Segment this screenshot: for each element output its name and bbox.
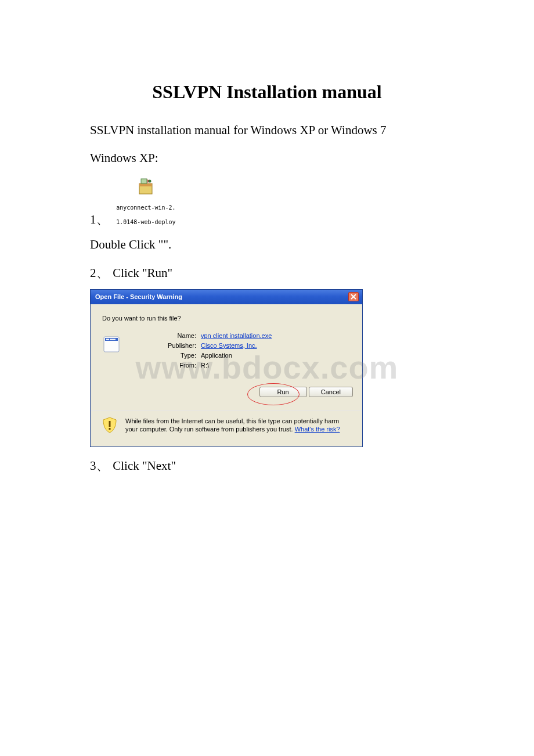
dialog-titlebar: Open File - Security Warning bbox=[91, 290, 362, 304]
step-1-instruction: Double Click "". bbox=[90, 236, 444, 254]
step-3-text: Click "Next" bbox=[113, 459, 176, 473]
dialog-question: Do you want to run this file? bbox=[102, 315, 353, 322]
label-from: From: bbox=[127, 362, 201, 369]
run-button[interactable]: Run bbox=[259, 387, 307, 397]
dialog-divider bbox=[91, 410, 362, 411]
label-name: Name: bbox=[127, 332, 201, 339]
close-icon bbox=[351, 294, 356, 300]
file-from: R:\ bbox=[201, 362, 209, 369]
step-2: 2、 Click "Run" bbox=[90, 265, 444, 281]
svg-point-3 bbox=[149, 180, 151, 183]
whats-the-risk-link[interactable]: What's the risk? bbox=[295, 426, 340, 433]
intro-text: SSLVPN installation manual for Windows X… bbox=[90, 121, 444, 140]
cancel-button[interactable]: Cancel bbox=[309, 387, 353, 397]
step-3: 3、 Click "Next" bbox=[90, 458, 444, 474]
step-2-number: 2、 bbox=[90, 265, 110, 281]
svg-rect-9 bbox=[109, 428, 111, 430]
svg-rect-2 bbox=[141, 179, 147, 183]
os-heading: Windows XP: bbox=[90, 149, 444, 168]
installer-file-label-1: anyconnect-win-2. bbox=[116, 204, 175, 211]
application-icon bbox=[102, 333, 121, 354]
file-type: Application bbox=[201, 352, 232, 359]
security-warning-dialog: Open File - Security Warning Do you want… bbox=[90, 289, 363, 448]
page-title: SSLVPN Installation manual bbox=[90, 81, 444, 103]
step-1-number: 1、 bbox=[90, 211, 110, 228]
step-3-number: 3、 bbox=[90, 458, 110, 474]
publisher-link[interactable]: Cisco Systems, Inc. bbox=[201, 342, 257, 349]
label-type: Type: bbox=[127, 352, 201, 359]
dialog-title: Open File - Security Warning bbox=[95, 293, 182, 300]
svg-rect-7 bbox=[110, 339, 116, 340]
svg-rect-1 bbox=[139, 183, 152, 186]
svg-rect-6 bbox=[106, 339, 109, 340]
dialog-footer-text: While files from the Internet can be use… bbox=[125, 417, 353, 434]
file-name-link[interactable]: vpn client installation.exe bbox=[201, 332, 272, 339]
installer-file-icon bbox=[136, 178, 156, 199]
label-publisher: Publisher: bbox=[127, 342, 201, 349]
installer-file-icon-block: anyconnect-win-2. 1.0148-web-deploy bbox=[116, 178, 175, 228]
svg-rect-8 bbox=[109, 421, 111, 427]
close-button[interactable] bbox=[348, 292, 359, 301]
step-2-text: Click "Run" bbox=[113, 266, 172, 280]
shield-icon bbox=[102, 417, 117, 433]
installer-file-label-2: 1.0148-web-deploy bbox=[116, 219, 175, 225]
step-1: 1、 anyconnect-win-2. 1.0148-web-deploy bbox=[90, 178, 444, 228]
